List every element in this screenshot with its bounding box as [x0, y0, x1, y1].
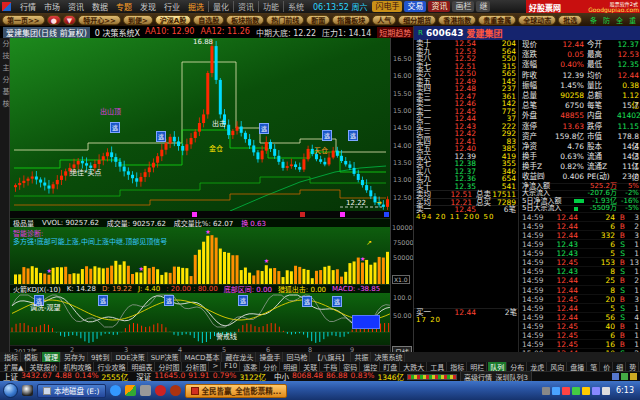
kdj-chart-panel[interactable]: 逃逃逃逃逃逃调洗-观望警戒线 [10, 293, 390, 345]
tray-icon[interactable] [552, 387, 560, 395]
toolbar-button[interactable]: 热门前线 [266, 15, 304, 25]
view-tab[interactable]: 笔 [588, 362, 600, 371]
view-tab[interactable]: 盘播 [568, 362, 587, 371]
start-button[interactable] [3, 383, 18, 398]
view-tab[interactable]: 风向 [548, 362, 567, 371]
view-tab[interactable]: 细 [614, 362, 626, 371]
sidebar-tab[interactable]: 分 [0, 76, 9, 83]
toolbar-button[interactable]: 沪深A股 [155, 15, 191, 25]
view-tab[interactable]: 明栏 [468, 362, 487, 371]
view-tab[interactable]: 盯盘 [381, 362, 400, 371]
indicator-tab[interactable]: 【八旗兵】 [311, 352, 351, 362]
toolbar-button[interactable]: 人气 [372, 15, 396, 25]
stock-header[interactable]: R 600643 爱建集团 [414, 26, 640, 40]
app-icon[interactable] [155, 385, 166, 396]
indicator-tab[interactable]: 操盘手 [257, 352, 283, 362]
view-tab[interactable]: 千档 [321, 362, 340, 371]
tray-icon[interactable] [572, 387, 580, 395]
indicator-tab[interactable]: 9转到 [89, 352, 112, 362]
view-tab[interactable]: 龙虎 [528, 362, 547, 371]
view-tab[interactable]: 势 [627, 362, 639, 371]
indicator-tab[interactable]: 另存为 [62, 352, 88, 362]
toolbar-link[interactable]: 全 [614, 15, 625, 25]
view-tab[interactable]: 价 [601, 362, 613, 371]
sidebar-tab[interactable]: 主 [0, 64, 9, 71]
view-tab[interactable]: 明细 [281, 362, 300, 371]
toolbar-link[interactable]: 防 [601, 15, 612, 25]
indicator-tab[interactable]: 回马枪 [284, 352, 310, 362]
kdj-chart[interactable] [10, 293, 390, 345]
indicator-tab[interactable]: 决策系统 [372, 352, 405, 362]
sidebar-tab[interactable]: 分 [0, 40, 9, 47]
menu-item[interactable]: 掘选 [184, 1, 208, 12]
view-tab[interactable]: 分布 [508, 362, 527, 371]
panel-icon[interactable] [630, 373, 637, 380]
panel-icon[interactable] [612, 373, 619, 380]
quick-button[interactable]: 画栏 [452, 1, 474, 12]
view-tab[interactable]: 分价 [261, 362, 280, 371]
sidebar-tab[interactable]: 基 [0, 88, 9, 95]
menu-item[interactable]: 数据 [88, 1, 112, 12]
toolbar-button[interactable]: 香港指数 [438, 15, 476, 25]
view-tab[interactable]: 分析图 [183, 362, 209, 371]
app-icon[interactable] [140, 385, 151, 396]
toolbar-button[interactable]: ▼ [63, 15, 76, 25]
menu-item[interactable]: 资讯 [233, 1, 258, 12]
view-tab[interactable]: 大跌大 [401, 362, 427, 371]
toolbar-button[interactable]: 到便> [123, 15, 153, 25]
toolbar-button[interactable]: 贵重金属 [478, 15, 516, 25]
menu-item[interactable]: 系统 [283, 1, 308, 12]
kline-chart-panel[interactable]: 16.88出山顶逃逃逃逃逃绝佳*买点出击金仓天仓12.22→ [10, 38, 390, 211]
view-tab[interactable]: 密码 [341, 362, 360, 371]
volume-chart-panel[interactable]: ★★★★★ 智能诊断:多方强!底部可能上涨,中间上涨中继,顶部见顶信号↗ [10, 227, 390, 284]
index-quote[interactable]: 中小8068.4886.880.83%1346亿 [274, 371, 404, 381]
view-tab[interactable]: F10 [222, 362, 240, 371]
toolbar-link[interactable]: 重 [627, 15, 638, 25]
indicator-tab[interactable]: SUP决策 [149, 352, 182, 362]
quick-button[interactable]: 资讯 [428, 1, 450, 12]
tick-trade-list[interactable]: 14:5912.4424B314:5912.446B214:5912.44332… [520, 212, 640, 358]
ad-banner[interactable]: 股票软件2式 好股票网 Goodgupiao.com [526, 0, 640, 13]
view-tab[interactable]: 遥控 [361, 362, 380, 371]
view-tab[interactable]: 分时图 [156, 362, 182, 371]
toolbar-button[interactable]: 板块指数 [226, 15, 264, 25]
quick-button[interactable]: 继 [476, 1, 490, 12]
tray-icon[interactable] [592, 387, 600, 395]
indicator-tab[interactable]: MACD基本 [182, 352, 222, 362]
view-tab[interactable]: 关联报价 [27, 362, 60, 371]
view-tab[interactable]: > [210, 362, 221, 371]
menu-item[interactable]: 行业 [160, 1, 184, 12]
toolbar-button[interactable]: 断面 [306, 15, 330, 25]
browser-icon[interactable] [110, 385, 121, 396]
quick-button[interactable]: 交易 [404, 1, 426, 12]
toolbar-button[interactable]: 第一页>> [2, 15, 45, 25]
indicator-tab[interactable]: 模板 [22, 352, 41, 362]
toolbar-button[interactable]: 指霞板块 [332, 15, 370, 25]
view-tab[interactable]: 机构攻略 [61, 362, 94, 371]
menu-item[interactable]: 功能 [258, 1, 283, 12]
view-tab[interactable]: 逐委 [241, 362, 260, 371]
index-quote[interactable]: 深证11645.091.910.79%3122亿 [136, 371, 266, 381]
toolbar-button[interactable]: 细分期货 [398, 15, 436, 25]
indicator-tab[interactable]: DDE决策 [113, 352, 147, 362]
app-icon[interactable] [170, 385, 181, 396]
kline-chart[interactable] [10, 38, 390, 211]
toolbar-button[interactable]: ● [47, 15, 61, 25]
menu-item[interactable]: 行情 [16, 1, 40, 12]
qq-icon[interactable] [22, 385, 33, 396]
bid-row[interactable]: 买十12.35541 [414, 183, 518, 191]
tray-icon[interactable] [562, 387, 570, 395]
tray-icon[interactable] [582, 387, 590, 395]
view-tab[interactable]: 明细表 [129, 362, 155, 371]
index-quote[interactable]: 上证3432.674.880.14%2555亿 [3, 371, 128, 381]
taskbar-button-drive[interactable]: 本地磁盘 (E:) [37, 384, 106, 398]
quick-button[interactable]: 闪电手 [372, 1, 402, 12]
toolbar-button[interactable]: 特开心>> [78, 15, 121, 25]
indicator-tab[interactable]: 管理 [42, 352, 61, 362]
speaker-icon[interactable] [602, 387, 610, 395]
taskbar-button-active[interactable]: 全民皆赢_全信影票精... [185, 384, 288, 398]
menu-item[interactable]: 市场 [40, 1, 64, 12]
menu-item[interactable]: 量化 [208, 1, 233, 12]
app-icon[interactable] [125, 385, 136, 396]
menu-item[interactable]: 资讯 [64, 1, 88, 12]
